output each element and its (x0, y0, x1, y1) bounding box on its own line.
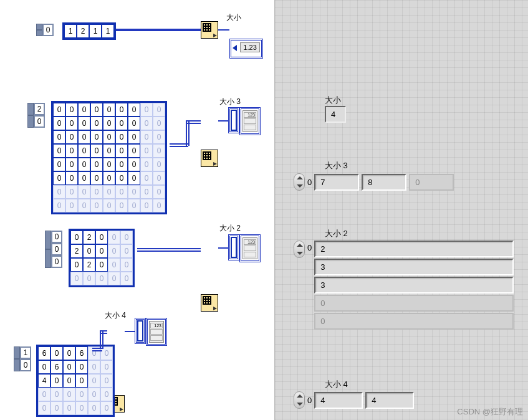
array-size-node-icon[interactable] (201, 21, 218, 39)
array-cell[interactable]: 0 (90, 103, 103, 117)
array-cell[interactable]: 0 (70, 258, 83, 272)
array-cell[interactable]: 1 (64, 24, 77, 38)
array-cell[interactable]: 0 (63, 360, 75, 374)
array-cell[interactable]: 6 (50, 360, 63, 374)
array-cell[interactable]: 0 (65, 103, 78, 117)
array-cell[interactable]: 2 (70, 244, 83, 258)
array-cell[interactable]: 0 (128, 158, 140, 171)
fp-size4-index[interactable]: 0 (307, 396, 312, 405)
array-cell[interactable]: 0 (78, 103, 90, 117)
array-cell[interactable]: 0 (50, 374, 63, 388)
array-cell[interactable]: 2 (83, 258, 95, 272)
array-cell[interactable]: 0 (70, 231, 83, 244)
array-cell[interactable]: 2 (77, 24, 89, 38)
size4-array[interactable]: 600600060000400000000000000000 (36, 345, 115, 417)
array-cell: 0 (153, 199, 165, 212)
size3-index-col[interactable]: 0 (34, 115, 45, 128)
size4-index-row[interactable]: 1 (20, 346, 31, 359)
array-cell[interactable]: 0 (128, 117, 140, 130)
size2-index-2[interactable]: 0 (51, 255, 62, 268)
array-cell[interactable]: 0 (75, 360, 88, 374)
array-cell[interactable]: 0 (128, 171, 140, 185)
array-size-node-icon[interactable] (201, 294, 218, 312)
size3-indicator: 123 (228, 107, 261, 135)
size2-label: 大小 2 (219, 223, 241, 234)
array-cell[interactable]: 0 (78, 171, 90, 185)
array-cell[interactable]: 0 (128, 144, 140, 158)
size1-index[interactable]: 0 (42, 24, 54, 36)
array-cell[interactable]: 0 (128, 103, 140, 117)
fp-size2-index[interactable]: 0 (307, 243, 312, 252)
array-cell[interactable]: 0 (90, 158, 103, 171)
size2-index-control[interactable]: 0 0 0 (45, 231, 62, 268)
size1-array[interactable]: 1 2 1 1 (62, 22, 116, 40)
array-cell[interactable]: 0 (90, 130, 103, 144)
array-cell[interactable]: 0 (115, 103, 128, 117)
array-cell[interactable]: 0 (63, 374, 75, 388)
array-cell[interactable]: 0 (128, 130, 140, 144)
size2-index-0[interactable]: 0 (51, 231, 62, 243)
array-cell: 0 (115, 185, 128, 199)
fp-size3-spin[interactable] (294, 173, 305, 191)
array-cell: 0 (88, 388, 100, 401)
array-cell[interactable]: 0 (53, 144, 65, 158)
array-size-node-icon[interactable] (201, 150, 218, 167)
size4-index-col[interactable]: 0 (20, 359, 31, 371)
array-cell[interactable]: 0 (95, 244, 108, 258)
size3-index-control[interactable]: 2 0 (27, 103, 45, 128)
array-cell[interactable]: 0 (50, 346, 63, 360)
array-cell[interactable]: 0 (53, 158, 65, 171)
array-cell[interactable]: 0 (65, 130, 78, 144)
array-cell[interactable]: 0 (65, 158, 78, 171)
array-cell[interactable]: 0 (90, 171, 103, 185)
array-cell[interactable]: 1 (102, 24, 114, 38)
size1-index-control[interactable]: 0 (36, 24, 54, 36)
array-cell[interactable]: 0 (65, 171, 78, 185)
array-cell[interactable]: 0 (103, 103, 115, 117)
array-cell[interactable]: 6 (75, 346, 88, 360)
array-cell[interactable]: 6 (38, 346, 50, 360)
size3-array[interactable]: 0000000000000000000000000000000000000000… (51, 101, 167, 214)
array-cell[interactable]: 0 (65, 144, 78, 158)
array-cell[interactable]: 0 (53, 171, 65, 185)
array-cell[interactable]: 0 (115, 158, 128, 171)
array-cell[interactable]: 0 (115, 144, 128, 158)
array-cell[interactable]: 0 (115, 130, 128, 144)
array-cell[interactable]: 0 (53, 117, 65, 130)
size2-array[interactable]: 02000200000200000000 (69, 229, 135, 287)
array-cell[interactable]: 0 (83, 244, 95, 258)
fp-size3-index[interactable]: 0 (307, 178, 312, 187)
array-cell: 0 (53, 199, 65, 212)
array-cell[interactable]: 0 (90, 144, 103, 158)
array-cell[interactable]: 0 (103, 117, 115, 130)
array-cell[interactable]: 0 (95, 231, 108, 244)
array-cell[interactable]: 0 (63, 346, 75, 360)
array-cell[interactable]: 4 (38, 374, 50, 388)
array-cell[interactable]: 0 (78, 130, 90, 144)
array-cell[interactable]: 0 (38, 360, 50, 374)
size2-index-1[interactable]: 0 (51, 243, 62, 255)
size4-index-control[interactable]: 1 0 (14, 346, 31, 371)
array-cell[interactable]: 0 (103, 171, 115, 185)
array-cell[interactable]: 0 (78, 117, 90, 130)
array-cell: 0 (50, 401, 63, 415)
array-cell: 0 (95, 272, 108, 285)
array-cell[interactable]: 0 (115, 171, 128, 185)
array-cell[interactable]: 0 (53, 130, 65, 144)
fp-size4-spin[interactable] (294, 391, 305, 409)
array-cell[interactable]: 0 (90, 117, 103, 130)
size3-index-row[interactable]: 2 (34, 103, 45, 115)
array-cell[interactable]: 0 (78, 158, 90, 171)
array-cell[interactable]: 0 (103, 158, 115, 171)
fp-size2-spin[interactable] (294, 241, 305, 258)
array-cell[interactable]: 0 (115, 117, 128, 130)
array-cell[interactable]: 1 (89, 24, 102, 38)
array-cell[interactable]: 0 (95, 258, 108, 272)
array-cell[interactable]: 0 (53, 103, 65, 117)
array-cell[interactable]: 0 (65, 117, 78, 130)
array-cell[interactable]: 0 (103, 144, 115, 158)
array-cell[interactable]: 0 (75, 374, 88, 388)
array-cell[interactable]: 0 (103, 130, 115, 144)
array-cell[interactable]: 2 (83, 231, 95, 244)
array-cell[interactable]: 0 (78, 144, 90, 158)
